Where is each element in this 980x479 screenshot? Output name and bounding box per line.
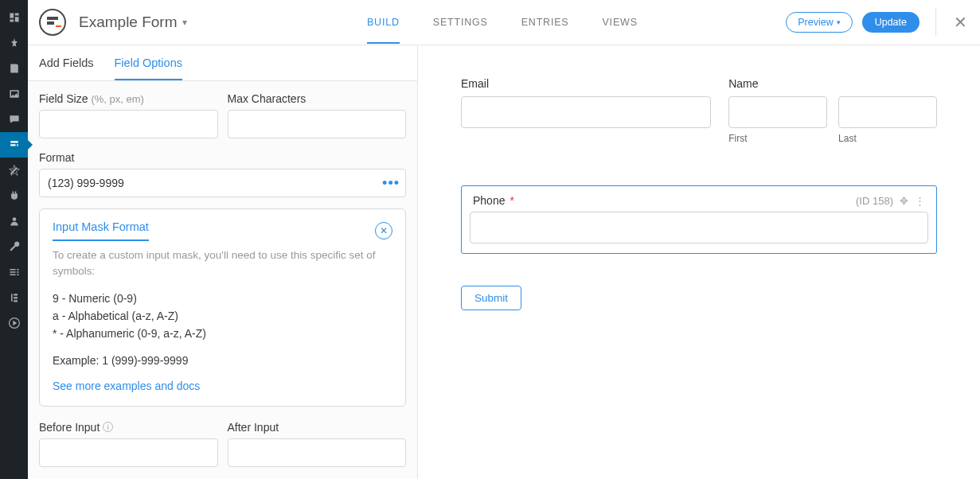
ellipsis-icon[interactable]: •••	[382, 175, 400, 192]
form-preview: Email Name First Last	[418, 45, 980, 479]
rule-line: 9 - Numeric (0-9)	[53, 290, 392, 307]
field-settings-panel: Add Fields Field Options Field Size (%, …	[28, 45, 418, 479]
field-size-input[interactable]	[39, 110, 218, 138]
preview-button[interactable]: Preview ▾	[786, 12, 852, 33]
email-label: Email	[461, 77, 711, 90]
topbar: Example Form ▾ BUILD SETTINGS ENTRIES VI…	[28, 0, 980, 45]
format-input[interactable]	[39, 169, 406, 197]
panel-tabs: Add Fields Field Options	[28, 45, 417, 81]
caret-down-icon: ▾	[837, 18, 841, 26]
play-icon[interactable]	[0, 310, 28, 336]
topbar-tabs: BUILD SETTINGS ENTRIES VIEWS	[335, 1, 638, 44]
format-label: Format	[39, 151, 406, 164]
divider	[935, 9, 936, 36]
settings-icon[interactable]	[0, 259, 28, 285]
comments-icon[interactable]	[0, 107, 28, 132]
required-asterisk: *	[510, 194, 513, 207]
kebab-menu-icon[interactable]: ⋮	[915, 195, 925, 207]
users-icon[interactable]	[0, 208, 28, 234]
before-input-field[interactable]	[39, 438, 218, 467]
form-title-dropdown[interactable]: Example Form ▾	[79, 14, 187, 31]
first-sublabel: First	[728, 133, 827, 144]
popover-desc: To create a custom input mask, you'll ne…	[53, 247, 392, 280]
rule-line: a - Alphabetical (a-z, A-Z)	[53, 307, 392, 325]
caret-down-icon: ▾	[182, 17, 187, 28]
field-id-text: (ID 158)	[856, 195, 893, 207]
popover-title: Input Mask Format	[53, 220, 149, 241]
drag-handle-icon[interactable]: ✥	[900, 195, 908, 207]
tab-field-options[interactable]: Field Options	[115, 45, 182, 80]
name-field-block[interactable]: Name First Last	[728, 77, 937, 144]
input-mask-popover: Input Mask Format ✕ To create a custom i…	[39, 208, 406, 407]
last-name-input[interactable]	[838, 96, 937, 128]
before-input-label: Before Input i	[39, 421, 218, 434]
collapse-icon[interactable]	[0, 285, 28, 310]
formidable-icon[interactable]	[0, 132, 28, 158]
form-title-text: Example Form	[79, 14, 178, 31]
wp-admin-sidebar	[0, 0, 28, 479]
pin-icon[interactable]	[0, 30, 28, 56]
popover-rules: 9 - Numeric (0-9) a - Alphabetical (a-z,…	[53, 290, 392, 343]
last-sublabel: Last	[838, 133, 937, 144]
after-input-label: After Input	[228, 421, 407, 434]
update-button[interactable]: Update	[862, 12, 919, 33]
first-name-input[interactable]	[728, 96, 827, 128]
email-field-block[interactable]: Email	[461, 77, 711, 128]
popover-example: Example: 1 (999)-999-9999	[53, 354, 392, 367]
info-icon[interactable]: i	[103, 422, 113, 432]
submit-button[interactable]: Submit	[461, 286, 521, 310]
plugins-icon[interactable]	[0, 183, 28, 208]
brand-icon	[39, 9, 66, 36]
popover-close-icon[interactable]: ✕	[375, 222, 392, 240]
tab-settings[interactable]: SETTINGS	[433, 1, 488, 44]
rule-line: * - Alphanumeric (0-9, a-z, A-Z)	[53, 325, 392, 342]
tab-build[interactable]: BUILD	[367, 1, 400, 44]
after-input-field[interactable]	[228, 438, 407, 467]
name-label: Name	[728, 77, 937, 90]
tab-entries[interactable]: ENTRIES	[521, 1, 569, 44]
max-chars-label: Max Characters	[228, 92, 407, 105]
appearance-icon[interactable]	[0, 158, 28, 183]
tools-icon[interactable]	[0, 234, 28, 259]
preview-label: Preview	[798, 17, 833, 28]
email-input[interactable]	[461, 96, 711, 128]
posts-icon[interactable]	[0, 56, 28, 81]
phone-field-block[interactable]: Phone * (ID 158) ✥ ⋮	[461, 185, 937, 254]
tab-add-fields[interactable]: Add Fields	[39, 45, 94, 80]
close-icon[interactable]: ✕	[946, 13, 969, 32]
dashboard-icon[interactable]	[0, 5, 28, 30]
phone-input[interactable]	[470, 212, 928, 243]
max-chars-input[interactable]	[228, 110, 407, 138]
phone-label: Phone *	[473, 194, 514, 207]
popover-docs-link[interactable]: See more examples and docs	[53, 380, 200, 392]
tab-views[interactable]: VIEWS	[602, 1, 637, 44]
media-icon[interactable]	[0, 81, 28, 107]
field-size-label: Field Size (%, px, em)	[39, 92, 218, 105]
